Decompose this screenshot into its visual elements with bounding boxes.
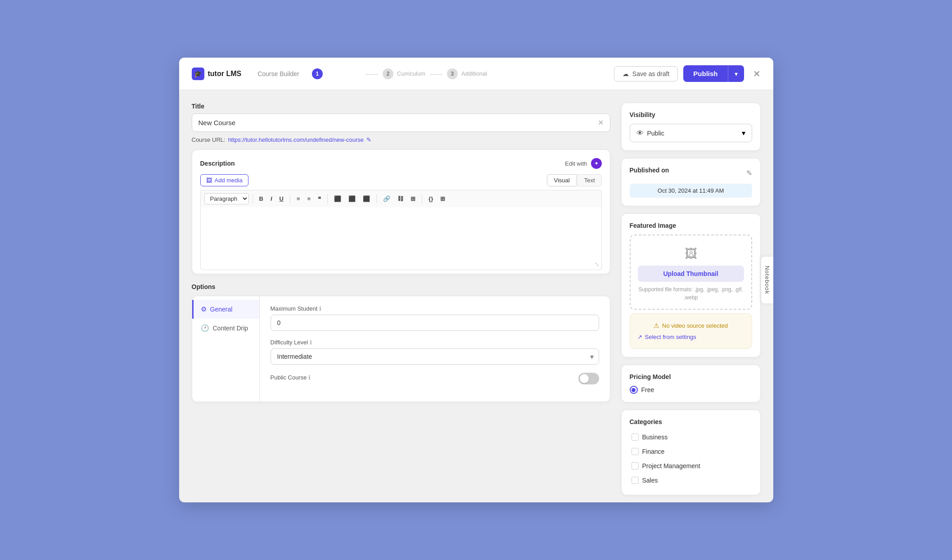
notebook-tab[interactable]: Notebook	[761, 256, 773, 304]
select-settings-label: Select from settings	[645, 334, 696, 340]
main-window: 🎓 tutor LMS Course Builder 1 Course Basi…	[179, 58, 773, 502]
gear-icon: ⚙	[201, 305, 207, 313]
max-student-input[interactable]	[271, 315, 599, 331]
pricing-model-section: Pricing Model Free	[621, 365, 761, 402]
select-from-settings-button[interactable]: ↗ Select from settings	[637, 334, 696, 340]
toolbar-sep-1	[253, 194, 253, 203]
visibility-arrow: ▾	[742, 129, 745, 137]
radio-free-inner	[632, 388, 636, 392]
visibility-title: Visibility	[630, 111, 752, 118]
save-draft-label: Save as draft	[632, 70, 670, 77]
logo-text: tutor LMS	[208, 70, 242, 78]
difficulty-group: Difficulty Level ℹ Beginner Intermediate…	[271, 339, 599, 365]
featured-image-section: Featured Image 🖼 Upload Thumbnail Suppor…	[621, 213, 761, 357]
step-1[interactable]: 1 Course Basic	[312, 68, 361, 79]
align-left-button[interactable]: ⬛	[331, 194, 344, 204]
categories-section: Categories Business Finance Project Mana…	[621, 410, 761, 495]
image-icon: 🖼	[638, 246, 744, 261]
code-button[interactable]: {}	[426, 194, 436, 204]
eye-icon: 👁	[636, 129, 644, 137]
close-button[interactable]: ✕	[753, 68, 761, 79]
radio-free[interactable]	[630, 386, 638, 394]
blockquote-button[interactable]: ❝	[315, 194, 324, 204]
save-draft-button[interactable]: ☁ Save as draft	[614, 66, 678, 81]
content-drip-tab-label: Content Drip	[213, 325, 248, 332]
pricing-option-free[interactable]: Free	[630, 386, 752, 394]
align-right-button[interactable]: ⬛	[360, 194, 373, 204]
more-button[interactable]: ⊞	[438, 194, 448, 204]
public-course-toggle[interactable]	[578, 373, 599, 384]
ol-button[interactable]: ≡	[305, 194, 314, 204]
checkbox-project-management[interactable]	[632, 462, 639, 470]
visual-tab[interactable]: Visual	[547, 174, 576, 186]
desc-title: Description	[200, 160, 235, 167]
edit-with-icon[interactable]: ✦	[591, 158, 602, 169]
checkbox-business[interactable]	[632, 434, 639, 441]
step-3[interactable]: 3 Additional	[447, 68, 487, 79]
unlink-button[interactable]: ⛓	[395, 194, 406, 204]
options-tab-general[interactable]: ⚙ General	[192, 300, 259, 319]
published-on-section: Published on ✎ Oct 30, 2024 at 11:49 AM	[621, 158, 761, 206]
category-project-management-label: Project Management	[642, 462, 700, 470]
step-2[interactable]: 2 Curriculum	[383, 68, 425, 79]
left-panel: Title ✕ Course URL: https://tutor.hellot…	[192, 103, 610, 502]
difficulty-select[interactable]: Beginner Intermediate Advanced Expert	[271, 348, 599, 365]
description-card: Description Edit with ✦ 🖼 Add media Visu…	[192, 149, 610, 274]
max-student-group: Maximum Student ℹ	[271, 305, 599, 331]
step-2-label: Curriculum	[397, 70, 425, 77]
align-center-button[interactable]: ⬛	[346, 194, 358, 204]
step-3-num: 3	[447, 68, 458, 79]
options-title: Options	[192, 283, 610, 290]
ul-button[interactable]: ≡	[294, 194, 303, 204]
category-finance[interactable]: Finance	[630, 445, 752, 458]
title-clear-icon[interactable]: ✕	[598, 118, 604, 127]
visibility-dropdown[interactable]: 👁 Public ▾	[630, 124, 752, 142]
italic-button[interactable]: I	[268, 194, 275, 204]
difficulty-info-icon: ℹ	[310, 339, 312, 346]
editor-area[interactable]: ⤡	[200, 207, 602, 270]
upload-thumbnail-button[interactable]: Upload Thumbnail	[638, 266, 744, 282]
category-finance-label: Finance	[642, 448, 665, 455]
url-edit-icon[interactable]: ✎	[366, 136, 371, 143]
category-sales[interactable]: Sales	[630, 474, 752, 487]
steps: 1 Course Basic —— 2 Curriculum —— 3 Addi…	[312, 68, 487, 79]
toolbar-sep-4	[376, 194, 377, 203]
warning-icon: ⚠	[654, 322, 659, 329]
category-business[interactable]: Business	[630, 431, 752, 443]
logo-icon: 🎓	[192, 68, 204, 80]
desc-header: Description Edit with ✦	[200, 158, 602, 169]
public-course-label: Public Course ℹ	[271, 374, 311, 381]
logo: 🎓 tutor LMS	[192, 68, 242, 80]
options-sidebar: ⚙ General 🕐 Content Drip	[192, 296, 260, 402]
checkbox-sales[interactable]	[632, 477, 639, 484]
options-tab-content-drip[interactable]: 🕐 Content Drip	[192, 319, 259, 338]
add-media-button[interactable]: 🖼 Add media	[200, 174, 248, 186]
title-input[interactable]	[199, 119, 598, 126]
edit-with: Edit with ✦	[565, 158, 601, 169]
text-tab[interactable]: Text	[578, 174, 602, 186]
underline-button[interactable]: U	[277, 194, 286, 204]
toggle-knob	[580, 374, 589, 383]
category-project-management[interactable]: Project Management	[630, 460, 752, 472]
pricing-options: Free	[630, 386, 752, 394]
paragraph-select[interactable]: Paragraph	[204, 193, 249, 204]
featured-image-area: 🖼 Upload Thumbnail Supported file format…	[630, 235, 752, 310]
header-left: 🎓 tutor LMS Course Builder 1 Course Basi…	[192, 68, 487, 80]
public-course-group: Public Course ℹ	[271, 373, 599, 384]
publish-dropdown-arrow[interactable]: ▾	[728, 66, 744, 82]
publish-button[interactable]: Publish	[683, 65, 727, 82]
pricing-model-title: Pricing Model	[630, 373, 752, 380]
public-course-info-icon: ℹ	[308, 374, 311, 381]
checkbox-finance[interactable]	[632, 448, 639, 455]
bold-button[interactable]: B	[257, 194, 266, 204]
editor-toolbar: Paragraph B I U ≡ ≡ ❝ ⬛ ⬛ ⬛ 🔗 ⛓	[200, 190, 602, 207]
video-warning: ⚠ No video source selected	[637, 322, 744, 329]
right-panel: Visibility 👁 Public ▾ Published on ✎ Oct…	[621, 103, 761, 502]
table-button[interactable]: ⊞	[408, 194, 418, 204]
cloud-icon: ☁	[623, 70, 629, 77]
max-student-label: Maximum Student ℹ	[271, 305, 599, 312]
step-2-num: 2	[383, 68, 393, 79]
step-3-label: Additional	[461, 70, 487, 77]
link-button[interactable]: 🔗	[380, 194, 393, 204]
published-edit-icon[interactable]: ✎	[746, 169, 752, 177]
